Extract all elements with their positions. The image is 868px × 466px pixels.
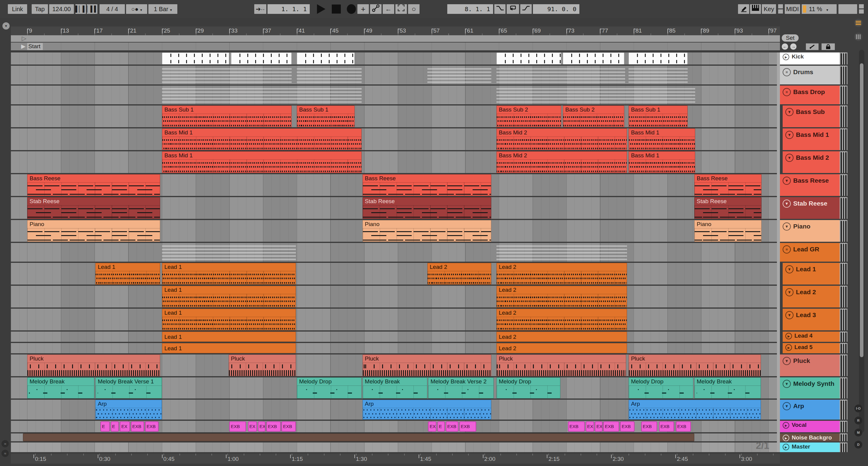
track-lane-kick[interactable] <box>11 53 777 65</box>
track-header-bass-mid-2[interactable]: ▼Bass Mid 2 <box>783 151 840 173</box>
clip[interactable]: Pluck <box>496 355 626 376</box>
clip[interactable]: Bass Mid 2 <box>496 128 627 150</box>
prev-locator-button[interactable]: ← <box>782 43 788 50</box>
clip[interactable]: EXB <box>603 422 619 432</box>
overview-toggle-button[interactable] <box>854 19 863 27</box>
add-track-button[interactable]: + <box>358 4 369 14</box>
clip[interactable]: Bass Sub 1 <box>162 105 292 127</box>
clip[interactable]: Bass Mid 2 <box>496 151 627 173</box>
next-locator-button[interactable]: → <box>790 43 797 50</box>
clip[interactable]: EXB <box>568 422 585 432</box>
clip[interactable]: Lead 1 <box>162 263 296 285</box>
time-signature-field[interactable]: 4 / 4 <box>99 4 125 14</box>
time-ruler[interactable]: 0:150:300:451:001:151:301:452:002:152:30… <box>11 454 780 464</box>
fold-track-icon[interactable]: ▼ <box>785 131 794 139</box>
clip[interactable]: Pluck <box>363 355 491 376</box>
fold-track-icon[interactable]: ▼ <box>785 154 794 162</box>
track-header-lead-3[interactable]: ▼Lead 3 <box>783 309 840 330</box>
bar-ruler[interactable]: 9131721252933374145495357616569737781858… <box>11 27 780 35</box>
draw-mode-button[interactable] <box>738 4 749 14</box>
clip[interactable]: EX <box>595 422 602 432</box>
clip[interactable]: Piano <box>363 220 491 242</box>
groove-amount-icon[interactable]: ▌▏▌ <box>75 4 86 14</box>
play-track-icon[interactable]: ▶ <box>783 435 789 441</box>
clip[interactable]: Stab Reese <box>363 197 491 219</box>
set-locator-button[interactable]: Set <box>782 34 799 42</box>
tempo-field[interactable]: 124.00 <box>49 4 74 14</box>
track-lane-vocal[interactable]: EEEXEXBEXBEXBEXEXEXBEXBEXEEXBEXBEXBEXEXE… <box>11 421 777 432</box>
quantize-menu[interactable]: 1 Bar▾ <box>148 4 177 14</box>
returns-section-toggle[interactable]: R <box>855 417 862 424</box>
clip[interactable]: EXB <box>446 422 459 432</box>
loop-button[interactable] <box>507 4 519 14</box>
fold-track-icon[interactable]: ▼ <box>783 177 791 185</box>
clip[interactable]: Arp <box>628 400 761 420</box>
track-lane-bass-reese[interactable]: Bass ReeseBass ReeseBass Reese <box>11 174 777 196</box>
clip[interactable]: EX <box>120 422 130 432</box>
draw-box-button[interactable] <box>395 4 407 14</box>
computer-midi-keyboard-button[interactable] <box>750 4 761 14</box>
track-lane-stab-reese[interactable]: Stab ReeseStab ReeseStab Reese <box>11 197 777 219</box>
track-header-lead-5[interactable]: ▶Lead 5 <box>783 343 840 353</box>
clip[interactable] <box>297 53 355 65</box>
play-track-icon[interactable]: ▶ <box>783 422 789 429</box>
lock-button[interactable] <box>822 43 835 50</box>
fold-track-icon[interactable]: ▼ <box>783 200 791 208</box>
clip[interactable]: Melody Break <box>27 377 94 398</box>
clip[interactable]: Bass Mid 1 <box>628 128 695 150</box>
track-header-piano[interactable]: ▼Piano <box>780 220 840 242</box>
fold-track-icon[interactable]: ▼ <box>783 402 791 410</box>
nudge-icon[interactable]: ▏▌▌ <box>87 4 97 14</box>
clip[interactable]: Lead 2 <box>496 343 627 353</box>
clip[interactable]: Bass Mid 1 <box>162 128 362 150</box>
group-unfold-icon[interactable]: ≡ <box>783 88 791 96</box>
clip[interactable] <box>496 53 561 65</box>
loop-oval-button[interactable]: ○ <box>408 4 420 14</box>
track-header-bass-reese[interactable]: ▼Bass Reese <box>780 174 840 196</box>
follow-button[interactable]: ➔·· <box>254 4 266 14</box>
clip[interactable]: EXB <box>459 422 476 432</box>
clip[interactable] <box>162 53 229 65</box>
clip[interactable]: Pluck <box>27 355 160 376</box>
clip[interactable]: Lead 2 <box>496 286 627 307</box>
clip[interactable] <box>563 53 624 65</box>
clip[interactable]: EX <box>258 422 266 432</box>
clip[interactable]: Melody Break <box>694 377 761 398</box>
track-header-lead-2[interactable]: ▼Lead 2 <box>783 286 840 307</box>
play-button[interactable] <box>315 4 327 14</box>
link-button[interactable]: Link <box>8 4 27 14</box>
start-locator[interactable]: ▶ Start <box>21 43 43 50</box>
clip[interactable]: Pluck <box>228 355 296 376</box>
clip[interactable]: EXB <box>620 422 634 432</box>
clip[interactable]: Bass Sub 2 <box>563 105 624 127</box>
clip[interactable]: EX <box>428 422 436 432</box>
track-lane-piano[interactable]: PianoPianoPiano <box>11 220 777 242</box>
track-lane-lead-5[interactable]: Lead 1Lead 2 <box>11 343 777 353</box>
clip[interactable]: EXB <box>131 422 145 432</box>
key-map-split-cells[interactable] <box>778 4 783 14</box>
clip[interactable]: Lead 1 <box>162 309 296 330</box>
midi-map-button[interactable]: MIDI <box>785 4 800 14</box>
track-header-lead-1[interactable]: ▼Lead 1 <box>783 263 840 285</box>
clip[interactable]: Melody Drop <box>496 377 560 398</box>
track-header-bass-mid-1[interactable]: ▼Bass Mid 1 <box>783 128 840 150</box>
fold-track-icon[interactable]: ▼ <box>785 288 794 296</box>
track-header-lead-gr[interactable]: ≡Lead GR <box>780 243 840 262</box>
pen-link-button[interactable] <box>806 43 818 50</box>
track-header-pluck[interactable]: ▼Pluck <box>780 355 840 376</box>
clip[interactable]: Lead 2 <box>496 309 627 330</box>
fold-track-icon[interactable]: ▼ <box>785 108 794 116</box>
play-track-icon[interactable]: ▶ <box>785 333 792 339</box>
track-lane-lead-1[interactable]: Lead 1Lead 1Lead 2Lead 2 <box>11 263 777 285</box>
io-section-toggle[interactable]: I·O <box>855 404 862 412</box>
automation-mode-button[interactable] <box>370 4 381 14</box>
locator-strip[interactable]: ▶ Start <box>11 42 780 51</box>
clip[interactable]: EXB <box>266 422 280 432</box>
clip[interactable]: E <box>437 422 445 432</box>
track-lane-bass-sub[interactable]: Bass Sub 1Bass Sub 1Bass Sub 2Bass Sub 2… <box>11 105 777 127</box>
clip[interactable]: E <box>111 422 119 432</box>
clip[interactable]: Lead 1 <box>162 332 296 342</box>
track-lane-arp[interactable]: ArpArpArp <box>11 400 777 420</box>
track-header-arp[interactable]: ▼Arp <box>780 400 840 420</box>
clip[interactable]: EXB <box>229 422 246 432</box>
